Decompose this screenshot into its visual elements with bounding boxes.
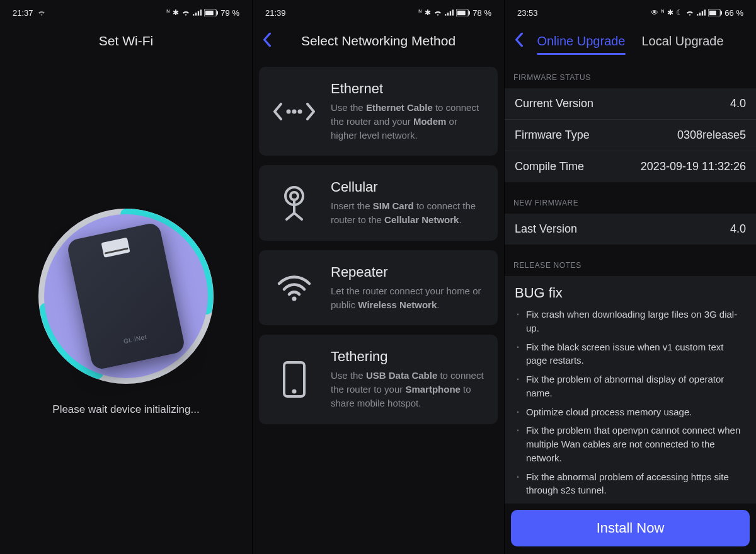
svg-rect-26 <box>704 9 706 15</box>
svg-rect-9 <box>447 13 449 16</box>
back-button[interactable] <box>263 33 272 49</box>
wifi-icon-small <box>433 9 442 16</box>
nfc-icon: ᴺ <box>661 9 665 16</box>
svg-rect-1 <box>195 13 197 16</box>
info-row: Last Version4.0 <box>505 214 756 245</box>
status-time: 23:53 <box>517 8 538 18</box>
svg-point-20 <box>292 296 297 301</box>
info-value: 2023-09-19 11:32:26 <box>641 160 746 173</box>
method-description: Insert the SIM Card to connect the route… <box>331 199 485 227</box>
svg-rect-6 <box>217 11 219 14</box>
svg-point-16 <box>292 109 297 113</box>
device-brand-label: GL·iNet <box>123 333 147 345</box>
svg-rect-10 <box>450 11 451 16</box>
info-key: Last Version <box>515 222 577 236</box>
svg-rect-23 <box>697 14 698 15</box>
wifi-icon <box>272 275 317 301</box>
status-battery: 79 % <box>220 8 239 18</box>
eye-icon: 👁 <box>651 9 658 16</box>
svg-rect-29 <box>721 11 723 14</box>
wifi-icon-small <box>181 9 190 16</box>
title-row: Select Networking Method <box>253 25 504 57</box>
method-description: Use the USB Data Cable to connect the ro… <box>331 369 485 410</box>
status-time: 21:39 <box>265 8 286 18</box>
release-item: Optimize cloud process memory usage. <box>526 405 746 419</box>
battery-icon <box>708 9 722 16</box>
svg-rect-24 <box>699 13 701 16</box>
battery-icon <box>204 9 218 16</box>
scroll-content[interactable]: FIRMWARE STATUS Current Version4.0Firmwa… <box>505 57 756 504</box>
method-description: Let the router connect your home or publ… <box>331 284 485 312</box>
page-title: Select Networking Method <box>301 33 455 49</box>
section-firmware-status: FIRMWARE STATUS <box>505 57 756 88</box>
section-new-firmware: NEW FIRMWARE <box>505 182 756 214</box>
method-title: Cellular <box>331 179 485 195</box>
phone-icon <box>272 361 317 398</box>
status-battery: 66 % <box>724 8 743 18</box>
svg-rect-2 <box>198 11 199 16</box>
initializing-message: Please wait device initializing... <box>52 403 199 416</box>
svg-rect-8 <box>445 14 446 15</box>
info-value: 4.0 <box>730 97 746 110</box>
svg-point-22 <box>292 389 297 393</box>
page-title: Set Wi-Fi <box>99 33 153 49</box>
svg-rect-13 <box>457 10 466 14</box>
svg-point-17 <box>298 109 302 113</box>
nfc-icon: ᴺ <box>166 9 170 16</box>
method-card-tethering[interactable]: TetheringUse the USB Data Cable to conne… <box>259 335 498 424</box>
signal-icon <box>445 9 454 16</box>
back-button[interactable] <box>515 33 524 49</box>
method-card-cellular[interactable]: CellularInsert the SIM Card to connect t… <box>259 165 498 241</box>
svg-rect-14 <box>469 11 471 14</box>
bluetooth-icon: ✱ <box>667 9 673 16</box>
install-now-button[interactable]: Install Now <box>511 510 750 546</box>
release-item: Fix the black screen issue when v1 custo… <box>526 340 746 368</box>
status-battery: 78 % <box>472 8 491 18</box>
screen-networking-method: 21:39 ᴺ ✱ 78 % Select Networking Method … <box>252 0 504 554</box>
tab-local-upgrade[interactable]: Local Upgrade <box>642 34 724 49</box>
tab-online-upgrade[interactable]: Online Upgrade <box>537 34 625 49</box>
moon-icon: ☾ <box>676 9 683 16</box>
svg-rect-28 <box>709 10 716 14</box>
method-card-ethernet[interactable]: EthernetUse the Ethernet Cable to connec… <box>259 67 498 156</box>
release-item: Fix the abnormal problem of accessing ht… <box>526 470 746 498</box>
svg-point-15 <box>287 109 291 113</box>
title-row: Set Wi-Fi <box>0 25 252 57</box>
screen-upgrade: 23:53 👁 ᴺ ✱ ☾ 66 % Online Upgrade Local … <box>504 0 756 554</box>
status-bar: 23:53 👁 ᴺ ✱ ☾ 66 % <box>505 0 756 25</box>
section-release-notes: RELEASE NOTES <box>505 245 756 276</box>
wifi-icon-small <box>685 9 694 16</box>
info-value: 4.0 <box>730 222 746 236</box>
status-time: 21:37 <box>13 8 33 18</box>
screen-set-wifi: 21:37 ᴺ ✱ 79 % Set Wi-Fi <box>0 0 252 554</box>
signal-icon <box>193 9 202 16</box>
release-title: BUG fix <box>515 285 746 301</box>
method-card-repeater[interactable]: RepeaterLet the router connect your home… <box>259 250 498 326</box>
status-bar: 21:39 ᴺ ✱ 78 % <box>253 0 504 25</box>
info-key: Current Version <box>515 97 593 110</box>
info-row: Firmware Type0308release5 <box>505 119 756 151</box>
cellular-icon <box>272 185 317 221</box>
svg-rect-5 <box>205 10 214 14</box>
nfc-icon: ᴺ <box>418 9 422 16</box>
status-bar: 21:37 ᴺ ✱ 79 % <box>0 0 252 25</box>
release-item: Fix the problem of abnormal display of o… <box>526 372 746 400</box>
svg-rect-3 <box>200 9 202 15</box>
svg-rect-0 <box>193 14 194 15</box>
info-key: Firmware Type <box>515 129 590 142</box>
info-key: Compile Time <box>515 160 584 173</box>
method-title: Tethering <box>331 349 485 365</box>
bluetooth-icon: ✱ <box>173 9 179 16</box>
bluetooth-icon: ✱ <box>425 9 431 16</box>
battery-icon <box>456 9 470 16</box>
info-row: Current Version4.0 <box>505 88 756 119</box>
device-loading-ring: GL·iNet <box>38 208 214 384</box>
info-row: Compile Time2023-09-19 11:32:26 <box>505 151 756 182</box>
info-value: 0308release5 <box>677 129 746 142</box>
wifi-small-icon <box>37 9 46 16</box>
signal-icon <box>697 9 706 16</box>
install-now-label: Install Now <box>597 520 665 536</box>
method-title: Repeater <box>331 264 485 280</box>
ethernet-icon <box>272 99 317 124</box>
method-title: Ethernet <box>331 81 485 97</box>
